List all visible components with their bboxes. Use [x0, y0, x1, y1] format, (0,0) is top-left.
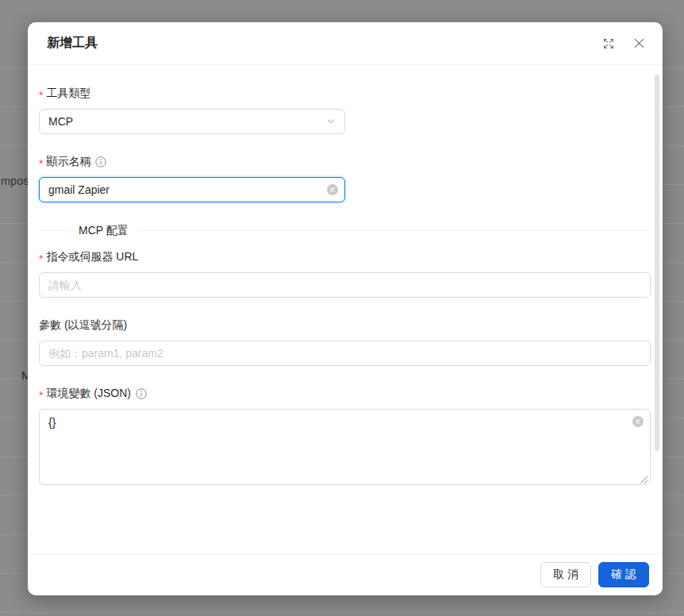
- tool-type-selected-value: MCP: [48, 115, 326, 128]
- close-icon: [633, 37, 645, 49]
- divider-line: [138, 230, 651, 231]
- modal-header: 新增工具: [28, 22, 663, 65]
- form-item-tool-type: * 工具類型 MCP: [39, 85, 651, 134]
- display-name-label-text: 顯示名稱: [46, 155, 90, 169]
- command-url-input[interactable]: [39, 272, 651, 298]
- params-label-text: 參數 (以逗號分隔): [39, 318, 127, 333]
- tool-type-select[interactable]: MCP: [39, 109, 345, 134]
- info-icon[interactable]: [136, 388, 147, 399]
- clear-icon[interactable]: [632, 416, 644, 427]
- cancel-button[interactable]: 取 消: [540, 562, 591, 587]
- modal-title: 新增工具: [47, 35, 586, 52]
- display-name-input-wrap: [39, 177, 345, 202]
- form-item-command-url: * 指令或伺服器 URL: [39, 248, 651, 298]
- required-asterisk: *: [39, 87, 43, 101]
- env-vars-textarea[interactable]: {}: [39, 409, 651, 485]
- tool-type-label-text: 工具類型: [46, 87, 90, 101]
- close-button[interactable]: [631, 36, 647, 52]
- expand-icon: [602, 37, 615, 50]
- confirm-button[interactable]: 確 認: [598, 562, 649, 587]
- divider-text: MCP 配置: [79, 221, 129, 239]
- mcp-config-divider: MCP 配置: [39, 221, 651, 239]
- clear-icon[interactable]: [327, 184, 338, 195]
- modal-footer: 取 消 確 認: [28, 553, 663, 595]
- command-url-label-text: 指令或伺服器 URL: [46, 250, 138, 264]
- required-asterisk: *: [39, 387, 43, 401]
- modal-body: * 工具類型 MCP * 顯示名稱: [28, 65, 663, 553]
- env-vars-label-text: 環境變數 (JSON): [46, 387, 131, 401]
- display-name-label: * 顯示名稱: [39, 153, 651, 171]
- required-asterisk: *: [39, 156, 43, 169]
- env-vars-textarea-wrap: {}: [39, 409, 651, 488]
- params-label: 參數 (以逗號分隔): [39, 317, 651, 334]
- divider-line: [39, 230, 69, 231]
- command-url-label: * 指令或伺服器 URL: [39, 248, 651, 266]
- form-item-env-vars: * 環境變數 (JSON) {}: [39, 385, 651, 488]
- expand-button[interactable]: [601, 36, 617, 52]
- add-tool-modal: 新增工具 * 工具類型 MCP: [28, 22, 663, 595]
- display-name-input[interactable]: [39, 177, 345, 202]
- required-asterisk: *: [39, 251, 43, 264]
- params-input[interactable]: [39, 341, 651, 366]
- form-item-params: 參數 (以逗號分隔): [39, 317, 651, 366]
- form-item-display-name: * 顯示名稱: [39, 153, 651, 202]
- env-vars-label: * 環境變數 (JSON): [39, 385, 651, 402]
- resize-handle[interactable]: [640, 475, 648, 484]
- modal-scrollbar-thumb[interactable]: [655, 75, 659, 451]
- info-icon[interactable]: [95, 156, 106, 167]
- chevron-down-icon: [326, 117, 336, 126]
- tool-type-label: * 工具類型: [39, 85, 651, 102]
- background-text-fragment: mpos: [1, 175, 29, 187]
